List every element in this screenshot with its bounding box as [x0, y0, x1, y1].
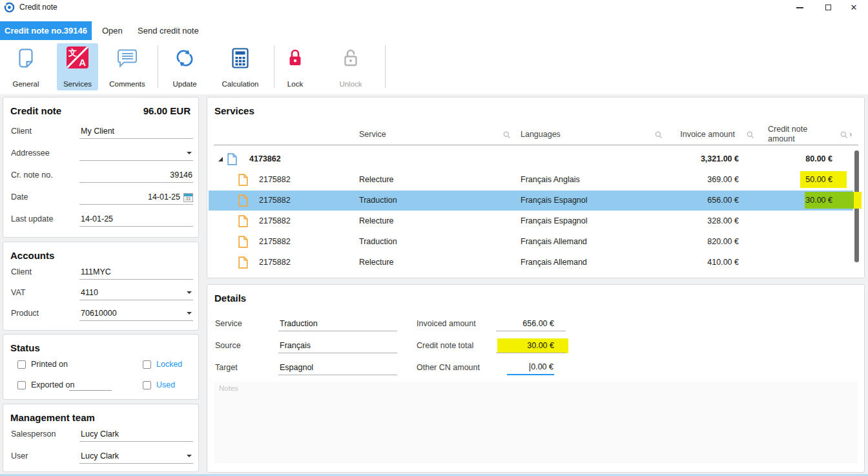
detail-service-label: Service [215, 319, 242, 328]
content-area: Credit note 96.00 EUR Client My Client A… [0, 94, 868, 474]
calculation-label: Calculation [222, 80, 259, 88]
close-button[interactable]: ✕ [843, 0, 864, 15]
detail-service-field[interactable]: Traduction [278, 316, 397, 331]
minimize-button[interactable] [789, 0, 810, 15]
comments-button[interactable]: Comments [102, 43, 152, 90]
service-document-icon [238, 236, 248, 248]
invoiced-amount-field[interactable]: 656.00 € [496, 316, 566, 331]
source-label: Source [215, 341, 241, 350]
status-title: Status [10, 342, 40, 353]
other-cn-amount-label: Other CN amount [417, 363, 480, 372]
refresh-icon [174, 47, 195, 70]
services-title: Services [214, 105, 254, 116]
credit-note-total-field[interactable]: 30.00 € [496, 338, 566, 353]
chevron-right-icon[interactable]: › [849, 129, 852, 139]
highlight-mark-yellow-tail [854, 192, 862, 209]
product-label: Product [11, 309, 39, 318]
calendar-icon[interactable]: 31 [183, 193, 193, 202]
salesperson-label: Salesperson [11, 429, 56, 439]
last-update-label: Last update [11, 214, 53, 223]
exported-on-checkbox[interactable]: Exported on [17, 380, 74, 390]
checkbox-icon[interactable] [143, 360, 151, 369]
printed-on-checkbox[interactable]: Printed on [17, 359, 68, 369]
table-row-service[interactable]: 2175882 Relecture Français Anglais 369.0… [208, 170, 863, 189]
table-row-service-selected[interactable]: 2175882 Traduction Français Espagnol 656… [208, 191, 863, 210]
update-button[interactable]: Update [163, 43, 207, 90]
table-row-service[interactable]: 2175882 Traduction Français Allemand 820… [208, 232, 863, 251]
chevron-down-icon[interactable] [187, 152, 192, 154]
toolbar-separator [274, 45, 274, 88]
column-header-service[interactable]: Service [359, 130, 386, 139]
accounts-client-label: Client [11, 267, 32, 276]
last-update-field[interactable]: 14-01-25 [79, 211, 193, 227]
search-icon[interactable] [747, 131, 754, 139]
services-button[interactable]: 文A Services [57, 43, 98, 90]
target-field[interactable]: Espagnol [278, 360, 397, 375]
credit-note-panel: Credit note 96.00 EUR Client My Client A… [3, 97, 199, 238]
lock-button[interactable]: Lock [279, 43, 311, 90]
chevron-down-icon[interactable] [187, 291, 192, 294]
search-icon[interactable] [503, 131, 511, 139]
status-panel: Status Printed on Locked Exported on Use… [3, 334, 199, 400]
lock-icon [287, 47, 304, 70]
text-cursor [530, 363, 530, 371]
general-button[interactable]: General [5, 43, 46, 90]
maximize-icon [825, 5, 831, 10]
exported-on-date-field[interactable] [69, 390, 112, 391]
services-label: Services [63, 80, 92, 88]
close-icon: ✕ [851, 3, 858, 12]
date-field[interactable]: 14-01-25 31 [79, 189, 193, 205]
unlock-label: Unlock [339, 80, 362, 88]
checkbox-icon[interactable] [17, 360, 26, 369]
table-row-invoice[interactable]: 4173862 3,321.00 € 80.00 € [208, 149, 863, 169]
document-icon [18, 47, 34, 70]
menu-open[interactable]: Open [102, 21, 123, 40]
chevron-down-icon[interactable] [187, 312, 192, 315]
window-title: Credit note [19, 3, 57, 12]
user-field[interactable]: Lucy Clark [79, 448, 193, 464]
calculation-button[interactable]: Calculation [213, 43, 267, 90]
date-label: Date [11, 192, 28, 202]
search-icon[interactable] [840, 131, 848, 139]
chevron-down-icon[interactable] [187, 455, 192, 457]
unlock-button: Unlock [327, 43, 375, 90]
credit-note-total-label: Credit note total [417, 341, 473, 350]
locked-checkbox[interactable]: Locked [143, 359, 182, 369]
comment-icon [117, 47, 138, 70]
credit-note-title: Credit note [10, 105, 61, 116]
services-panel: Services Service Languages Invoice amoun… [207, 97, 865, 278]
source-field[interactable]: Français [278, 338, 397, 353]
product-field[interactable]: 70610000 [79, 305, 193, 321]
tab-credit-note[interactable]: Credit note no.39146 [0, 21, 92, 40]
client-label: Client [11, 127, 32, 136]
vat-field[interactable]: 4110 [79, 285, 193, 300]
addressee-label: Addressee [11, 149, 50, 158]
credit-note-window: Credit note ✕ Credit note no.39146 Open … [0, 0, 868, 476]
lock-label: Lock [287, 80, 303, 88]
addressee-field[interactable] [79, 145, 193, 161]
notes-textarea[interactable]: Notes [214, 382, 858, 463]
accounts-panel: Accounts Client 111MYC VAT 4110 Product … [3, 242, 199, 331]
maximize-button[interactable] [818, 0, 838, 15]
expand-node-icon[interactable] [218, 157, 223, 161]
services-grid: 4173862 3,321.00 € 80.00 € 2175882 Relec… [208, 145, 863, 277]
other-cn-amount-field[interactable]: 0.00 € [507, 360, 554, 375]
client-field[interactable]: My Client [79, 123, 193, 139]
checkbox-icon[interactable] [17, 381, 26, 389]
column-header-languages[interactable]: Languages [521, 130, 561, 139]
salesperson-field[interactable]: Lucy Clark [79, 426, 193, 442]
minimize-icon [796, 7, 803, 8]
calculator-icon [231, 47, 249, 70]
vat-label: VAT [11, 288, 25, 297]
checkbox-icon[interactable] [143, 381, 151, 389]
column-header-credit-note-amount[interactable]: Credit note amount [768, 125, 807, 144]
accounts-client-field[interactable]: 111MYC [79, 264, 193, 280]
used-checkbox[interactable]: Used [143, 380, 175, 390]
menu-send-credit-note[interactable]: Send credit note [138, 21, 199, 40]
management-team-title: Management team [10, 412, 95, 423]
credit-note-number-field[interactable]: 39146 [79, 167, 193, 183]
table-row-service[interactable]: 2175882 Relecture Français Allemand 410.… [208, 253, 863, 272]
column-header-invoice-amount[interactable]: Invoice amount [659, 130, 735, 139]
table-row-service[interactable]: 2175882 Relecture Français Espagnol 328.… [208, 211, 863, 231]
table-row-partial[interactable] [208, 273, 863, 277]
